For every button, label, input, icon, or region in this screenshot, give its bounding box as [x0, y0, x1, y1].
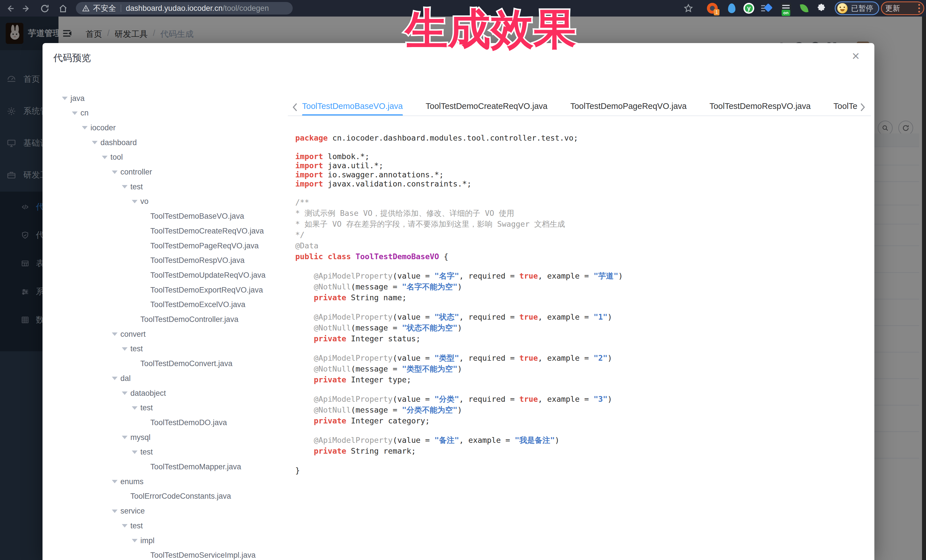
code-line: @Data: [295, 240, 857, 251]
extension-y-icon[interactable]: y: [743, 3, 754, 14]
tree-folder[interactable]: controller: [42, 165, 285, 180]
tree-expand-caret-icon[interactable]: [122, 391, 127, 398]
tree-expand-caret-icon[interactable]: [132, 450, 138, 457]
tree-folder[interactable]: tool: [42, 150, 285, 165]
tree-folder[interactable]: cn: [42, 106, 285, 121]
tree-expand-caret-icon[interactable]: [112, 510, 118, 516]
tree-item-label: ToolTestDemoBaseVO.java: [150, 212, 244, 221]
code-line: @ApiModelProperty(value = "类型", required…: [295, 353, 857, 364]
tree-folder[interactable]: test: [42, 341, 285, 356]
back-icon[interactable]: [5, 4, 15, 14]
tree-expand-caret-icon[interactable]: [132, 539, 138, 545]
tree-file[interactable]: ToolTestDemoPageReqVO.java: [42, 238, 285, 253]
extension-gem-icon[interactable]: [761, 3, 772, 14]
profile-emoji-icon: [837, 3, 847, 14]
tree-folder[interactable]: iocoder: [42, 120, 285, 135]
tree-item-label: ToolTestDemoServiceImpl.java: [150, 551, 256, 560]
security-label[interactable]: 不安全: [93, 3, 116, 14]
tree-file[interactable]: ToolTestDemoConvert.java: [42, 356, 285, 371]
tree-folder[interactable]: test: [42, 445, 285, 460]
browser-chrome: 不安全 dashboard.yudao.iocoder.cn/tool/code…: [0, 0, 926, 17]
tree-folder[interactable]: convert: [42, 327, 285, 341]
code-blank-line: [295, 426, 857, 435]
tree-item-label: cn: [80, 109, 89, 118]
url-bar[interactable]: 不安全 dashboard.yudao.iocoder.cn/tool/code…: [76, 2, 293, 15]
code-blank-line: [295, 262, 857, 270]
tree-expand-caret-icon[interactable]: [62, 97, 68, 103]
extension-ubuntu-icon[interactable]: 1: [707, 3, 718, 14]
extension-drop-icon[interactable]: [726, 3, 737, 14]
tree-folder[interactable]: test: [42, 401, 285, 415]
extensions-puzzle-icon[interactable]: [816, 3, 827, 14]
forward-icon[interactable]: [22, 4, 31, 14]
code-line: private String name;: [295, 292, 857, 303]
tree-file[interactable]: ToolTestDemoCreateReqVO.java: [42, 223, 285, 238]
tree-folder[interactable]: dal: [42, 371, 285, 386]
tree-expand-caret-icon[interactable]: [112, 480, 118, 486]
file-tab[interactable]: ToolTestDemoRespVO.java: [710, 98, 811, 116]
browser-menu-icon[interactable]: [918, 4, 920, 12]
bookmark-star-icon[interactable]: [684, 3, 693, 13]
tree-expand-caret-icon[interactable]: [122, 347, 127, 353]
code-line: import java.util.*;: [295, 161, 857, 170]
tree-file[interactable]: ToolErrorCodeConstants.java: [42, 489, 285, 504]
tabs-scroll-right-icon[interactable]: [859, 103, 866, 112]
tree-item-label: ToolTestDemoDO.java: [150, 418, 227, 427]
tree-expand-caret-icon[interactable]: [112, 377, 118, 383]
profile-chip[interactable]: 已暂停: [835, 2, 879, 15]
home-icon[interactable]: [58, 4, 68, 14]
tree-file[interactable]: ToolTestDemoDO.java: [42, 415, 285, 430]
tree-file[interactable]: ToolTestDemoRespVO.java: [42, 253, 285, 268]
tree-expand-caret-icon[interactable]: [132, 406, 138, 413]
browser-update-button[interactable]: 更新: [881, 2, 924, 15]
tree-expand-caret-icon[interactable]: [72, 112, 77, 118]
tree-expand-caret-icon[interactable]: [122, 436, 127, 442]
file-tab[interactable]: ToolTe: [834, 98, 858, 116]
tree-expand-caret-icon[interactable]: [112, 332, 118, 339]
tree-expand-caret-icon[interactable]: [132, 200, 138, 206]
tree-file[interactable]: ToolTestDemoUpdateReqVO.java: [42, 268, 285, 282]
reload-icon[interactable]: [40, 4, 50, 14]
tree-folder[interactable]: service: [42, 504, 285, 519]
url-text[interactable]: dashboard.yudao.iocoder.cn/tool/codegen: [126, 4, 269, 13]
tree-folder[interactable]: test: [42, 518, 285, 533]
close-icon[interactable]: ×: [852, 49, 859, 62]
tree-folder[interactable]: test: [42, 180, 285, 194]
extension-badge: 1: [714, 9, 719, 15]
tree-folder[interactable]: mysql: [42, 430, 285, 445]
tree-folder[interactable]: dataobject: [42, 386, 285, 401]
tree-folder[interactable]: dashboard: [42, 135, 285, 150]
code-viewer[interactable]: package cn.iocoder.dashboard.modules.too…: [295, 133, 857, 560]
tree-file[interactable]: ToolTestDemoController.java: [42, 312, 285, 327]
tree-expand-caret-icon[interactable]: [102, 156, 107, 162]
tree-expand-caret-icon[interactable]: [122, 524, 127, 530]
file-tab[interactable]: ToolTestDemoCreateReqVO.java: [426, 98, 548, 116]
tree-expand-caret-icon[interactable]: [92, 141, 98, 147]
tree-file[interactable]: ToolTestDemoExportReqVO.java: [42, 282, 285, 297]
tabs-scroll-left-icon[interactable]: [291, 103, 299, 112]
code-line: @NotNull(message = "名字不能为空"): [295, 281, 857, 292]
tree-expand-caret-icon[interactable]: [82, 126, 88, 132]
tree-item-label: dashboard: [100, 138, 137, 147]
tree-folder[interactable]: vo: [42, 194, 285, 209]
tree-file[interactable]: ToolTestDemoServiceImpl.java: [42, 548, 285, 560]
tree-file[interactable]: ToolTestDemoBaseVO.java: [42, 209, 285, 224]
extension-tampermonkey-icon[interactable]: on: [781, 3, 791, 14]
extension-leaf-icon[interactable]: [799, 3, 809, 14]
tree-folder[interactable]: java: [42, 91, 285, 106]
tree-file[interactable]: ToolTestDemoExcelVO.java: [42, 297, 285, 312]
tree-item-label: mysql: [130, 433, 151, 442]
paused-label: 已暂停: [851, 3, 873, 14]
tree-folder[interactable]: impl: [42, 533, 285, 548]
code-line: import javax.validation.constraints.*;: [295, 180, 857, 189]
tree-file[interactable]: ToolTestDemoMapper.java: [42, 460, 285, 474]
tree-item-label: ToolTestDemoPageReqVO.java: [150, 242, 259, 251]
code-line: public class ToolTestDemoBaseVO {: [295, 251, 857, 262]
tree-folder[interactable]: enums: [42, 474, 285, 489]
code-line: /**: [295, 197, 857, 208]
tree-expand-caret-icon[interactable]: [112, 171, 118, 177]
file-tab[interactable]: ToolTestDemoPageReqVO.java: [570, 98, 687, 116]
file-tab[interactable]: ToolTestDemoBaseVO.java: [302, 98, 403, 116]
code-blank-line: [295, 189, 857, 197]
tree-expand-caret-icon[interactable]: [122, 185, 127, 191]
